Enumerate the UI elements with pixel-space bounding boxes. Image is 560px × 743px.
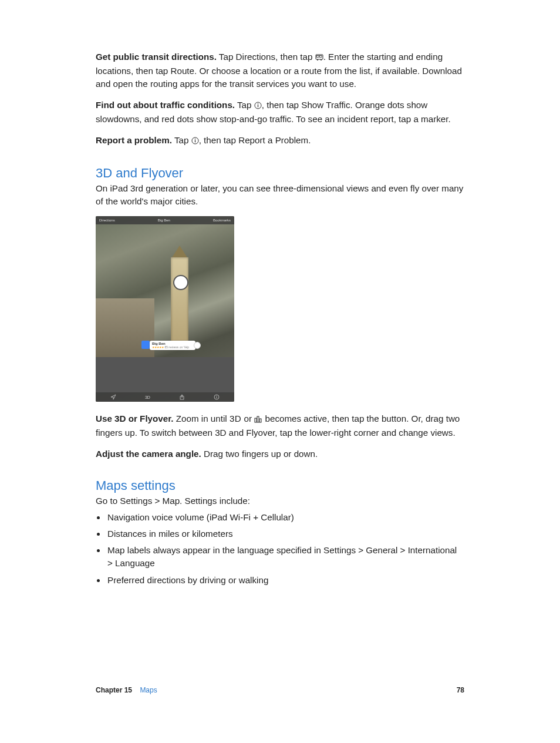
svg-rect-1	[316, 56, 319, 58]
paragraph-transit: Get public transit directions. Tap Direc…	[96, 51, 464, 90]
bold-label: Adjust the camera angle.	[96, 449, 201, 459]
info-icon	[191, 135, 199, 148]
ss-directions-label: Directions	[99, 218, 115, 222]
chapter-number: Chapter 15	[96, 686, 132, 694]
bus-icon	[315, 52, 323, 65]
svg-point-6	[257, 103, 258, 105]
pin-info-icon	[194, 342, 201, 349]
info-icon	[254, 100, 262, 113]
text: , then tap Report a Problem.	[199, 135, 311, 145]
svg-rect-15	[255, 418, 257, 422]
paragraph-use-3d: Use 3D or Flyover. Zoom in until 3D or b…	[96, 412, 464, 439]
settings-list: Navigation voice volume (iPad Wi-Fi + Ce…	[96, 511, 464, 586]
text: or	[241, 413, 254, 423]
list-item: Navigation voice volume (iPad Wi-Fi + Ce…	[106, 511, 464, 524]
three-d-text-icon: 3D	[230, 413, 241, 423]
three-d-icon: 3D	[145, 395, 150, 399]
paragraph-report: Report a problem. Tap , then tap Report …	[96, 134, 464, 148]
page-footer: Chapter 15 Maps 78	[96, 686, 464, 694]
pin-subtitle: 85 reviews on Yelp	[164, 345, 189, 349]
pin-car-icon	[141, 341, 150, 349]
screenshot-bottombar: 3D	[96, 392, 234, 402]
road-shape	[96, 357, 234, 392]
bold-label: Get public transit directions.	[96, 52, 217, 62]
ss-title-label: Big Ben	[158, 218, 170, 222]
heading-maps-settings: Maps settings	[96, 478, 464, 493]
bold-label: Use 3D or Flyover.	[96, 413, 174, 423]
svg-point-9	[194, 139, 195, 140]
svg-rect-17	[259, 419, 261, 422]
paragraph-settings-intro: Go to Settings > Map. Settings include:	[96, 495, 464, 507]
flyover-screenshot: Directions Big Ben Bookmarks Big Ben ★★★…	[96, 216, 234, 402]
paragraph-3d-intro: On iPad 3rd generation or later, you can…	[96, 182, 464, 208]
location-pin-callout: Big Ben ★★★★★ 85 reviews on Yelp	[150, 341, 195, 350]
list-item: Preferred directions by driving or walki…	[106, 574, 464, 587]
list-item: Distances in miles or kilometers	[106, 527, 464, 540]
svg-rect-16	[257, 416, 259, 422]
text: Tap Directions, then tap	[217, 52, 315, 62]
screenshot-topbar: Directions Big Ben Bookmarks	[96, 216, 234, 224]
paragraph-traffic: Find out about traffic conditions. Tap ,…	[96, 99, 464, 126]
chapter-name: Maps	[140, 686, 157, 694]
svg-rect-2	[319, 56, 322, 58]
ss-bookmarks-label: Bookmarks	[213, 218, 231, 222]
page-number: 78	[457, 686, 464, 694]
buildings-icon	[254, 413, 262, 426]
heading-3d-flyover: 3D and Flyover	[96, 166, 464, 181]
text: Tap	[235, 100, 254, 110]
svg-rect-10	[195, 140, 195, 143]
bold-label: Find out about traffic conditions.	[96, 100, 235, 110]
text: Tap	[172, 135, 191, 145]
info-icon	[214, 392, 220, 402]
clock-face	[173, 275, 188, 290]
building-shape	[96, 298, 154, 363]
location-arrow-icon	[110, 392, 116, 402]
list-item: Map labels always appear in the language…	[106, 544, 464, 570]
svg-rect-7	[258, 105, 258, 107]
pin-stars: ★★★★★ 85 reviews on Yelp	[152, 345, 193, 349]
big-ben-tower	[171, 257, 188, 345]
paragraph-camera-angle: Adjust the camera angle. Drag two finger…	[96, 448, 464, 460]
text: Drag two fingers up or down.	[201, 449, 318, 459]
text: Zoom in until	[174, 413, 230, 423]
svg-point-3	[317, 59, 318, 60]
svg-rect-14	[217, 396, 217, 398]
share-icon	[179, 392, 185, 402]
svg-point-4	[321, 59, 322, 60]
bold-label: Report a problem.	[96, 135, 172, 145]
svg-point-13	[217, 396, 217, 396]
